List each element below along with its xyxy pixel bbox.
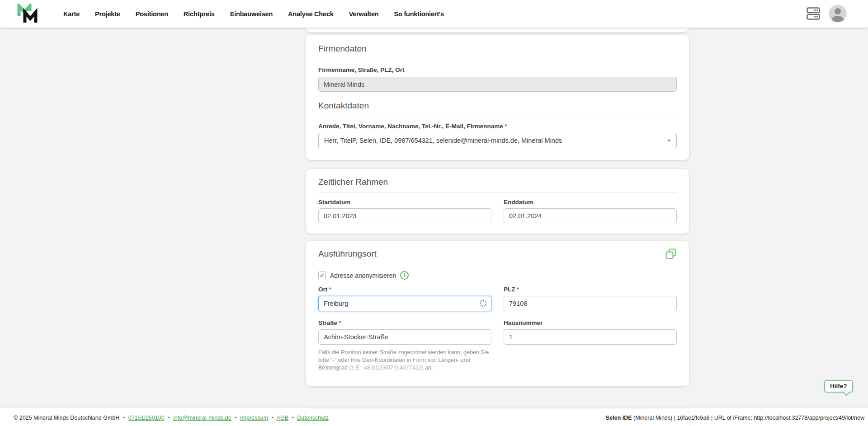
hint-suffix-text: an. [424, 365, 433, 371]
footer-ide-name: Selen IDE [606, 415, 632, 421]
required-asterisk: * [339, 319, 341, 326]
anonymize-label: Adresse anonymisieren [330, 272, 396, 279]
strasse-input[interactable] [318, 329, 491, 345]
required-asterisk: * [505, 123, 507, 130]
ausfuehrungsort-title: Ausführungsort [318, 249, 377, 259]
hausnummer-input[interactable] [504, 329, 677, 345]
ausfuehrungsort-card: Ausführungsort ✓ Adresse anonymisieren i… [306, 241, 689, 386]
zeitlicher-rahmen-title: Zeitlicher Rahmen [318, 177, 677, 187]
kontaktdaten-title: Kontaktdaten [318, 101, 677, 111]
ort-input[interactable] [318, 296, 491, 311]
enddatum-label: Enddatum [504, 199, 677, 206]
hausnummer-label: Hausnummer [504, 319, 677, 326]
enddatum-input[interactable] [504, 208, 677, 223]
anonymize-checkbox[interactable]: ✓ [318, 272, 326, 279]
server-stack-icon[interactable] [807, 7, 820, 22]
footer-phone-link[interactable]: 07151/250100 [128, 415, 165, 421]
footer-separator: • [168, 415, 170, 421]
loading-spinner-icon [480, 300, 486, 307]
avatar-head [835, 8, 841, 14]
divider [318, 192, 677, 192]
ort-label-text: Ort [318, 286, 327, 293]
kontakt-select[interactable]: Herr, TitelP, Selen, IDE, 0987/654321, s… [318, 133, 677, 148]
divider [318, 59, 677, 59]
footer-separator: • [271, 415, 273, 421]
divider [318, 116, 677, 116]
nav-item-positionen[interactable]: Positionen [136, 10, 168, 18]
nav-item-analyse-check[interactable]: Analyse Check [288, 10, 334, 18]
footer-impressum-link[interactable]: Impressum [240, 415, 268, 421]
info-icon[interactable]: i [400, 271, 409, 280]
footer-separator: • [235, 415, 236, 421]
kontakt-label: Anrede, Titel, Vorname, Nachname, Tel.-N… [318, 123, 677, 130]
logo-m-icon [17, 4, 38, 24]
zeitlicher-rahmen-card: Zeitlicher Rahmen Startdatum Enddatum [306, 169, 689, 234]
firmendaten-title: Firmendaten [318, 44, 677, 54]
footer-datenschutz-link[interactable]: Datenschutz [297, 415, 328, 421]
top-navbar: Karte Projekte Positionen Richtpreis Ein… [0, 0, 868, 28]
footer-copyright: © 2025 Mineral Minds Deutschland GmbH [14, 415, 119, 421]
plz-label-text: PLZ [504, 286, 515, 293]
startdatum-input[interactable] [318, 208, 491, 223]
hint-example-text: (z.B.: 48.8115607,9.4077422) [349, 365, 423, 371]
footer-separator: • [123, 415, 125, 421]
required-asterisk: * [329, 286, 331, 293]
nav-item-karte[interactable]: Karte [63, 10, 80, 18]
startdatum-label: Startdatum [318, 199, 491, 206]
nav-item-so-funktionierts[interactable]: So funktioniert's [394, 10, 444, 18]
footer-agb-link[interactable]: AGB [277, 415, 288, 421]
nav-item-richtpreis[interactable]: Richtpreis [184, 10, 215, 18]
nav-item-verwalten[interactable]: Verwalten [349, 10, 379, 18]
mineral-minds-logo[interactable] [17, 4, 38, 26]
copy-icon[interactable] [665, 248, 677, 260]
nav-item-projekte[interactable]: Projekte [95, 10, 120, 18]
footer-separator: • [292, 415, 293, 421]
chevron-down-icon [667, 140, 671, 142]
plz-input[interactable] [504, 296, 677, 311]
required-asterisk: * [517, 286, 519, 293]
company-label: Firmenname, Straße, PLZ, Ort [318, 66, 677, 73]
help-button[interactable]: Hilfe? [824, 380, 853, 393]
strasse-label: Straße* [318, 319, 491, 326]
main-nav: Karte Projekte Positionen Richtpreis Ein… [63, 0, 444, 28]
strasse-label-text: Straße [318, 319, 337, 326]
footer-left-text: © 2025 Mineral Minds Deutschland GmbH • … [14, 415, 329, 421]
footer-ide-details: (Mineral Minds) | 16fae1ffc6a6 | URL of … [632, 415, 864, 421]
avatar-body [831, 16, 844, 22]
nav-item-einbauweisen[interactable]: Einbauweisen [230, 10, 273, 18]
divider [318, 265, 677, 265]
footer-right-text: Selen IDE (Mineral Minds) | 16fae1ffc6a6… [606, 415, 864, 421]
strasse-hint-text: Falls die Position keiner Straße zugeord… [318, 349, 491, 372]
plz-label: PLZ* [504, 286, 677, 293]
footer-email-link[interactable]: info@mineral-minds.de [173, 415, 231, 421]
kontakt-label-text: Anrede, Titel, Vorname, Nachname, Tel.-N… [318, 123, 503, 130]
kontakt-select-value: Herr, TitelP, Selen, IDE, 0987/654321, s… [324, 137, 562, 144]
company-input[interactable] [318, 77, 677, 92]
user-avatar-icon[interactable] [829, 5, 846, 22]
ort-label: Ort* [318, 286, 491, 293]
firmendaten-card: Firmendaten Firmenname, Straße, PLZ, Ort… [306, 35, 689, 160]
